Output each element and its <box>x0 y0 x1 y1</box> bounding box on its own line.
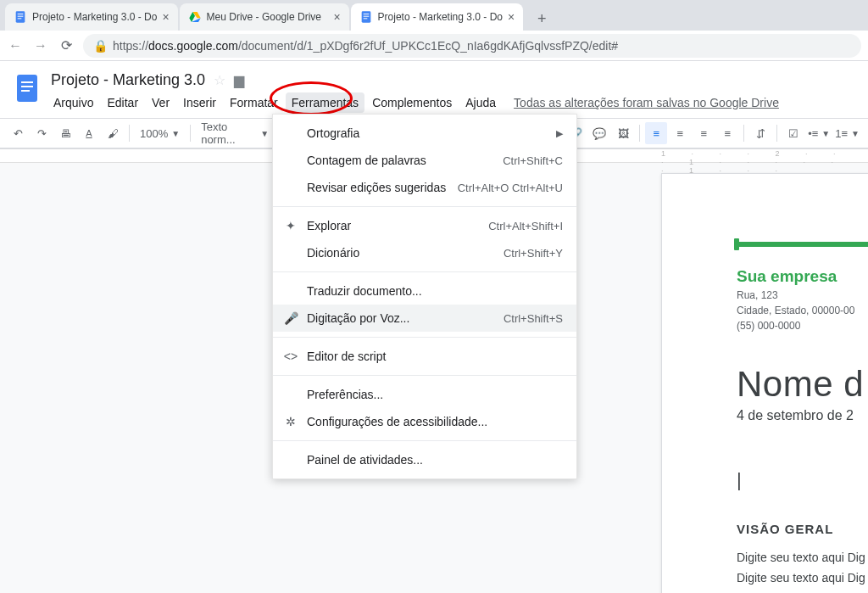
align-justify-icon[interactable]: ≡ <box>716 122 738 144</box>
svg-rect-12 <box>21 81 33 83</box>
svg-rect-10 <box>363 18 367 19</box>
svg-rect-7 <box>361 11 370 22</box>
save-status[interactable]: Todas as alterações foram salvas no Goog… <box>514 96 779 109</box>
company-address-2: Cidade, Estado, 00000-00 <box>737 303 868 318</box>
menu-ortografia[interactable]: Ortografia▶ <box>273 120 576 147</box>
menu-separator <box>273 440 576 441</box>
redo-icon[interactable]: ↷ <box>31 122 53 144</box>
docs-favicon-icon <box>359 10 373 24</box>
svg-rect-13 <box>21 86 33 87</box>
ruler-ticks: 1 · · · 2 · · · 1 · · · · · · 1 · · · <box>661 149 868 175</box>
new-tab-button[interactable]: + <box>530 7 554 31</box>
menu-ajuda[interactable]: Ajuda <box>459 92 502 113</box>
svg-rect-2 <box>18 16 24 17</box>
tab-title: Projeto - Marketing 3.0 - Do <box>378 11 503 23</box>
doc-title[interactable]: Projeto - Marketing 3.0 <box>51 71 205 89</box>
svg-rect-0 <box>16 11 25 22</box>
menu-complementos[interactable]: Complementos <box>366 92 458 113</box>
checklist-icon[interactable]: ☑ <box>782 122 804 144</box>
tab-title: Meu Drive - Google Drive <box>207 11 329 23</box>
svg-rect-9 <box>363 16 369 17</box>
separator <box>129 125 130 142</box>
menu-traduzir[interactable]: Traduzir documento... <box>273 277 576 305</box>
document-heading: Nome d <box>737 364 868 405</box>
url-path: /document/d/1_pXDgf6r2fUf_UPKCc1EcQ_nIa6… <box>238 39 618 53</box>
menu-ver[interactable]: Ver <box>146 92 175 113</box>
align-left-icon[interactable]: ≡ <box>645 122 667 144</box>
tab-title: Projeto - Marketing 3.0 - Do <box>32 11 157 23</box>
svg-rect-14 <box>21 90 30 92</box>
url-host: docs.google.com <box>148 39 238 53</box>
document-page[interactable]: Sua empresa Rua, 123 Cidade, Estado, 000… <box>661 173 868 593</box>
star-icon[interactable]: ☆ <box>214 72 225 88</box>
back-icon[interactable]: ← <box>7 38 24 53</box>
line-spacing-icon[interactable]: ⇵ <box>749 122 771 144</box>
svg-rect-1 <box>18 14 24 14</box>
svg-rect-8 <box>363 14 369 14</box>
menu-separator <box>273 375 576 376</box>
docs-logo-icon[interactable] <box>10 71 44 105</box>
folder-icon[interactable]: ▆ <box>234 72 244 88</box>
forward-icon[interactable]: → <box>32 38 49 53</box>
separator <box>776 125 777 142</box>
menu-revisar-edicoes[interactable]: Revisar edições sugeridasCtrl+Alt+O Ctrl… <box>273 174 576 201</box>
text-cursor: | <box>737 469 868 491</box>
tools-dropdown: Ortografia▶ Contagem de palavrasCtrl+Shi… <box>272 114 577 479</box>
accent-line <box>737 242 868 247</box>
zoom-combo[interactable]: 100%▼ <box>135 122 185 144</box>
menu-contagem-palavras[interactable]: Contagem de palavrasCtrl+Shift+C <box>273 147 576 174</box>
align-center-icon[interactable]: ≡ <box>669 122 691 144</box>
lock-icon: 🔒 <box>93 39 108 53</box>
explore-icon: ✦ <box>283 219 298 232</box>
body-paragraph: Digite seu texto aqui Dig texto aqui Dig… <box>737 548 868 589</box>
menu-digitacao-voz[interactable]: 🎤 Digitação por Voz...Ctrl+Shift+S <box>273 305 576 332</box>
url-scheme: https:// <box>113 39 148 53</box>
paragraph-style-combo[interactable]: Texto norm...▼ <box>196 122 274 144</box>
bulleted-list-icon[interactable]: •≡▼ <box>806 122 832 144</box>
numbered-list-icon[interactable]: 1≡▼ <box>833 122 861 144</box>
browser-tab[interactable]: Meu Drive - Google Drive × <box>180 3 349 31</box>
docs-favicon-icon <box>14 10 27 24</box>
company-phone: (55) 000-0000 <box>737 318 868 333</box>
separator <box>190 125 191 142</box>
browser-tab[interactable]: Projeto - Marketing 3.0 - Do × <box>351 3 524 31</box>
separator <box>743 125 744 142</box>
menu-dicionario[interactable]: DicionárioCtrl+Shift+Y <box>273 239 576 266</box>
company-address-1: Rua, 123 <box>737 288 868 303</box>
address-bar: ← → ⟳ 🔒 https://docs.google.com/document… <box>0 31 868 61</box>
menu-acessibilidade[interactable]: ✲ Configurações de acessibilidade... <box>273 408 576 435</box>
script-icon: <> <box>283 350 298 363</box>
url-input[interactable]: 🔒 https://docs.google.com/document/d/1_p… <box>83 34 861 58</box>
menu-editor-script[interactable]: <> Editor de script <box>273 343 576 370</box>
align-right-icon[interactable]: ≡ <box>693 122 715 144</box>
menu-preferencias[interactable]: Preferências... <box>273 381 576 408</box>
close-icon[interactable]: × <box>333 10 340 24</box>
close-icon[interactable]: × <box>508 10 515 24</box>
browser-tabstrip: Projeto - Marketing 3.0 - Do × Meu Drive… <box>0 0 868 31</box>
close-icon[interactable]: × <box>162 10 169 24</box>
browser-tab[interactable]: Projeto - Marketing 3.0 - Do × <box>5 3 178 31</box>
mic-icon: 🎤 <box>283 311 298 325</box>
comment-icon[interactable]: 💬 <box>588 122 610 144</box>
menu-explorar[interactable]: ✦ ExplorarCtrl+Alt+Shift+I <box>273 212 576 239</box>
menu-editar[interactable]: Editar <box>101 92 144 113</box>
docs-header: Projeto - Marketing 3.0 ☆ ▆ Arquivo Edit… <box>0 61 868 118</box>
menu-separator <box>273 271 576 272</box>
reload-icon[interactable]: ⟳ <box>58 37 75 53</box>
menu-formatar[interactable]: Formatar <box>224 92 284 113</box>
menu-inserir[interactable]: Inserir <box>177 92 222 113</box>
company-name: Sua empresa <box>737 267 868 286</box>
undo-icon[interactable]: ↶ <box>7 122 29 144</box>
svg-rect-3 <box>18 18 22 19</box>
spellcheck-icon[interactable]: A <box>78 122 100 144</box>
print-icon[interactable]: 🖶 <box>54 122 76 144</box>
menu-ferramentas[interactable]: Ferramentas <box>286 92 364 113</box>
paint-format-icon[interactable]: 🖌 <box>102 122 124 144</box>
section-heading: VISÃO GERAL <box>737 522 868 536</box>
drive-favicon-icon <box>188 10 202 24</box>
separator <box>639 125 640 142</box>
menu-arquivo[interactable]: Arquivo <box>47 92 99 113</box>
svg-rect-11 <box>17 75 37 102</box>
insert-image-icon[interactable]: 🖼 <box>612 122 634 144</box>
menu-painel-atividades[interactable]: Painel de atividades... <box>273 446 576 473</box>
